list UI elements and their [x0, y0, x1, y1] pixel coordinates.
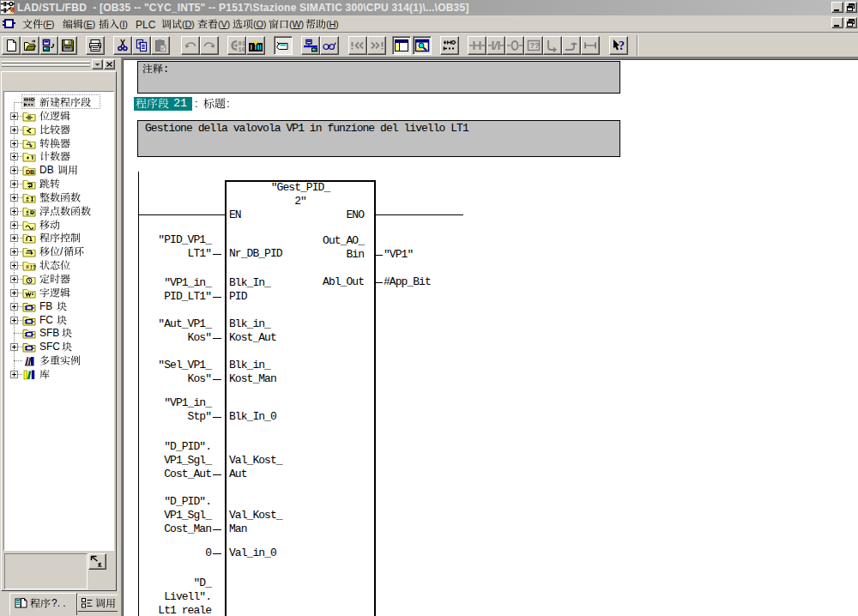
svg-text:!?: !? — [30, 263, 36, 271]
svg-text:??: ?? — [530, 41, 540, 50]
svg-text:DB: DB — [26, 169, 34, 175]
svg-text:?: ? — [619, 39, 625, 52]
svg-text:10: 10 — [239, 46, 245, 53]
